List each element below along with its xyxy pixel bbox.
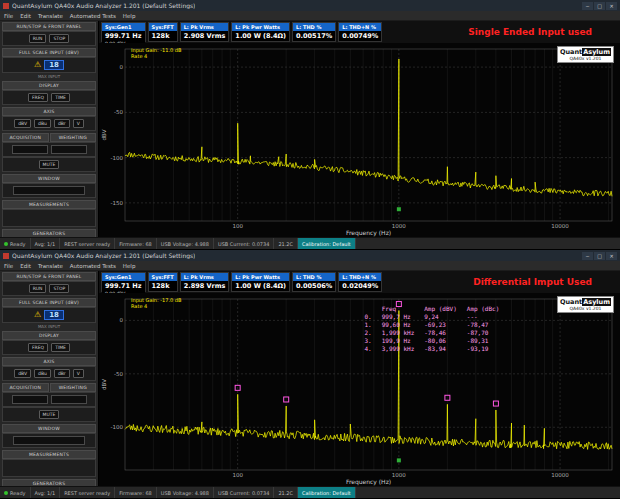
button-dbu[interactable]: dBu <box>34 119 51 128</box>
sidebar-section-full-scale-input-dbv: FULL SCALE INPUT (dBV)⚠18MAX INPUT <box>2 48 96 79</box>
weighting-select[interactable] <box>51 395 87 404</box>
marker-table-cell: 4. <box>360 345 377 353</box>
button-run[interactable]: RUN <box>29 34 47 43</box>
status-21-2c: 21.2C <box>274 238 298 249</box>
section-header-acquisition: ACQUISITION <box>2 133 49 142</box>
sidebar-section-acquisition: ACQUISITIONWEIGHTINGMUTE <box>2 383 96 422</box>
button-time[interactable]: TIME <box>51 93 70 102</box>
button-stop[interactable]: STOP <box>49 284 69 293</box>
button-v[interactable]: V <box>73 119 84 128</box>
section-header-measurements: MEASUREMENTS <box>2 200 96 209</box>
status-21-2c: 21.2C <box>274 487 298 498</box>
menu-translate[interactable]: Translate <box>38 263 63 269</box>
button-freq[interactable]: FREQ <box>28 93 48 102</box>
readout-value: 2.898 Vrms <box>181 281 229 291</box>
button-dbv[interactable]: dBV <box>14 369 31 378</box>
button-run[interactable]: RUN <box>29 284 47 293</box>
menu-translate[interactable]: Translate <box>38 13 63 19</box>
readout-label: L: Pk Vrms <box>181 273 229 281</box>
button-stop[interactable]: STOP <box>49 34 69 43</box>
close-button[interactable]: ✕ <box>606 2 617 10</box>
readout-label: L: THD+N % <box>339 273 381 281</box>
button-mute[interactable]: MUTE <box>39 160 60 169</box>
status-firmware-68: Firmware: 68 <box>115 238 157 249</box>
svg-text:0: 0 <box>120 317 124 323</box>
button-v[interactable]: V <box>73 369 84 378</box>
menu-help[interactable]: Help <box>123 263 136 269</box>
button-freq[interactable]: FREQ <box>28 343 48 352</box>
readout-value: 999.71 Hz <box>102 31 145 41</box>
sidebar-section-full-scale-input-dbv: FULL SCALE INPUT (dBV)⚠18MAX INPUT <box>2 298 96 329</box>
maximize-button[interactable]: □ <box>594 252 605 260</box>
spectrum-plot[interactable]: 1001000100000-50-100Frequency (Hz)dBV In… <box>99 293 620 486</box>
cursor-marker[interactable] <box>397 207 401 211</box>
marker-table-cell: 0. <box>360 313 377 321</box>
title-bar[interactable]: QuantAsylum QA40x Audio Analyzer 1.201 (… <box>0 0 620 11</box>
title-bar[interactable]: QuantAsylum QA40x Audio Analyzer 1.201 (… <box>0 250 620 261</box>
quantasylum-logo: QuantAsylum QA40x v1.201 <box>557 46 614 63</box>
sidebar-section-display: DISPLAYFREQTIME <box>2 81 96 105</box>
annotation-text: Differential Imput Used <box>473 277 592 287</box>
marker-table-cell: -87,70 <box>462 329 505 337</box>
button-time[interactable]: TIME <box>51 343 70 352</box>
status-ready: Ready <box>0 487 31 498</box>
readout-sys-fft: Sys:FFT128k <box>148 22 178 42</box>
readout-value: 1.00 W (8.4Ω) <box>232 281 289 291</box>
menu-automated-tests[interactable]: Automated Tests <box>70 13 116 19</box>
close-button[interactable]: ✕ <box>606 252 617 260</box>
warning-icon: ⚠ <box>34 311 41 319</box>
section-header-weighting: WEIGHTING <box>50 383 97 392</box>
sidebar-section-measurements: MEASUREMENTS <box>2 200 96 227</box>
svg-text:dBV: dBV <box>101 379 107 390</box>
menu-help[interactable]: Help <box>123 13 136 19</box>
minimize-button[interactable]: ─ <box>582 2 593 10</box>
menu-edit[interactable]: Edit <box>20 263 31 269</box>
menu-file[interactable]: File <box>4 263 13 269</box>
minimize-button[interactable]: ─ <box>582 252 593 260</box>
fullscale-value[interactable]: 18 <box>44 60 64 70</box>
readout-label: Sys:FFT <box>149 23 177 31</box>
warning-icon: ⚠ <box>34 61 41 69</box>
spectrum-plot[interactable]: 1001000100000-50-100-150Frequency (Hz)dB… <box>99 43 620 237</box>
readout-l-pk-pwr-watts: L: Pk Pwr Watts1.00 W (8.4Ω) <box>231 22 290 42</box>
weighting-select[interactable] <box>51 145 87 154</box>
svg-text:dBV: dBV <box>101 129 107 140</box>
maximize-button[interactable]: □ <box>594 2 605 10</box>
cursor-marker[interactable] <box>397 458 401 462</box>
input-gain-overlay: Input Gain: -11.0 dBRate 4 <box>131 47 181 59</box>
app-window-top: QuantAsylum QA40x Audio Analyzer 1.201 (… <box>0 0 620 250</box>
acquisition-select[interactable] <box>12 145 48 154</box>
readout-sys-gen1: Sys:Gen1999.71 Hz9.00 dBV <box>101 272 146 292</box>
section-header-measurements: MEASUREMENTS <box>2 450 96 459</box>
button-dbv[interactable]: dBV <box>14 119 31 128</box>
marker-table-cell: 1. <box>360 321 377 329</box>
menu-file[interactable]: File <box>4 13 13 19</box>
readout-l-thd-n: L: THD+N %0.02049% <box>338 272 382 292</box>
status-firmware-68: Firmware: 68 <box>115 487 157 498</box>
marker-table-header: Amp (dBV) <box>419 305 462 313</box>
button-dbr[interactable]: dBr <box>54 369 70 378</box>
button-dbu[interactable]: dBu <box>34 369 51 378</box>
marker-table-cell: -89,31 <box>462 337 505 345</box>
app-icon <box>3 3 9 9</box>
fullscale-value[interactable]: 18 <box>44 310 64 320</box>
readout-label: Sys:FFT <box>149 273 177 281</box>
section-header-weighting: WEIGHTING <box>50 133 97 142</box>
readout-value: 0.00517% <box>293 31 335 41</box>
sidebar-section-run-stop-front-panel: RUN/STOP & FRONT PANELRUNSTOP <box>2 22 96 46</box>
acquisition-select[interactable] <box>12 395 48 404</box>
marker-table-row: 2.1,999 kHz-78,46-87,70 <box>360 329 505 337</box>
menu-automated-tests[interactable]: Automated Tests <box>70 263 116 269</box>
status-usb-voltage-4-988: USB Voltage: 4.988 <box>157 238 214 249</box>
status-usb-current-0-0734: USB Current: 0.0734 <box>214 487 274 498</box>
menu-edit[interactable]: Edit <box>20 13 31 19</box>
window-function-select[interactable] <box>13 186 85 195</box>
window-function-select[interactable] <box>13 436 85 445</box>
section-header-full-scale-input-dbv: FULL SCALE INPUT (dBV) <box>2 298 96 307</box>
section-header-axis: AXIS <box>2 357 96 366</box>
readout-value: 2.908 Vrms <box>181 31 229 41</box>
button-mute[interactable]: MUTE <box>39 410 60 419</box>
marker-table-cell: --- <box>462 313 505 321</box>
status-calibration-default: Calibration: Default <box>298 487 356 498</box>
button-dbr[interactable]: dBr <box>54 119 70 128</box>
